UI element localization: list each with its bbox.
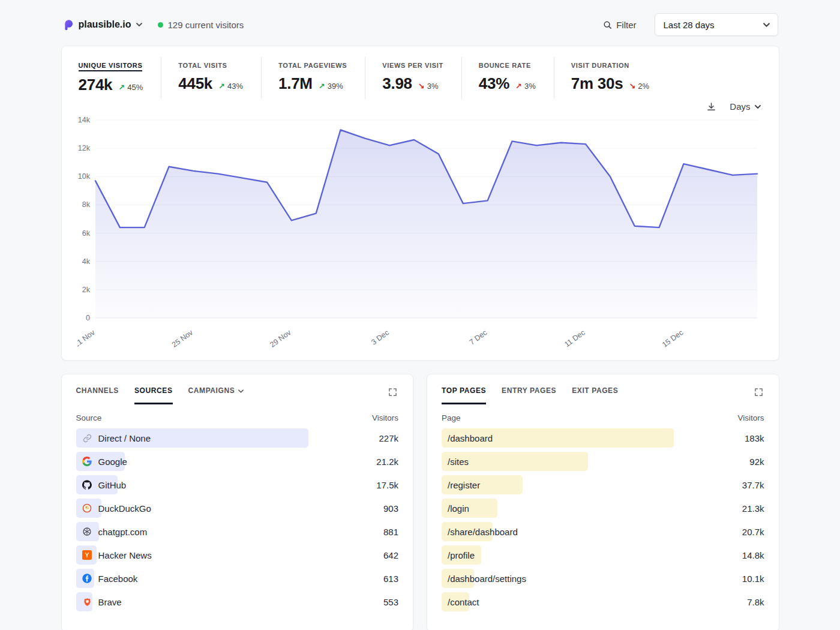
svg-text:2k: 2k	[82, 286, 90, 294]
stat-label: TOTAL VISITS	[178, 62, 227, 69]
filter-button[interactable]: Filter	[603, 20, 636, 30]
stat-unique-visitors[interactable]: UNIQUE VISITORS274k↗45%	[77, 57, 161, 100]
source-row[interactable]: GitHub17.5k	[76, 475, 399, 494]
arrow-up-icon: ↗	[319, 82, 325, 91]
source-row[interactable]: Hacker News642	[76, 545, 399, 565]
tab-top-pages[interactable]: TOP PAGES	[442, 386, 486, 404]
row-value: 903	[383, 503, 398, 514]
plausible-dashboard: plausible.io 129 current visitors Filter…	[61, 0, 779, 630]
svg-text:25 Nov: 25 Nov	[170, 328, 194, 349]
stat-change: ↘3%	[418, 82, 439, 91]
svg-text:21 Nov: 21 Nov	[77, 328, 97, 349]
page-row[interactable]: /contact7.8k	[442, 592, 764, 611]
stat-change-value: 2%	[638, 82, 649, 91]
page-row[interactable]: /sites92k	[442, 452, 764, 471]
source-row[interactable]: chatgpt.com881	[76, 522, 399, 541]
row-value: 14.8k	[742, 550, 764, 560]
tab-channels[interactable]: CHANNELS	[76, 386, 119, 404]
row-value: 642	[383, 550, 398, 560]
date-range-select[interactable]: Last 28 days	[655, 13, 778, 36]
row-label: /share/dashboard	[448, 527, 518, 537]
row-value: 37.7k	[742, 480, 764, 490]
tab-sources[interactable]: SOURCES	[134, 386, 173, 404]
current-visitors-label: 129 current visitors	[168, 20, 244, 30]
stat-total-pageviews[interactable]: TOTAL PAGEVIEWS1.7M↗39%	[261, 57, 365, 99]
row-label: chatgpt.com	[98, 527, 148, 537]
stat-label: VIEWS PER VISIT	[382, 62, 443, 69]
source-row[interactable]: Facebook613	[76, 569, 399, 588]
plausible-logo-icon	[62, 19, 74, 31]
facebook-icon	[82, 574, 92, 584]
row-value: 553	[383, 597, 398, 607]
page-row[interactable]: /register37.7k	[442, 475, 764, 494]
pages-tabs: TOP PAGESENTRY PAGESEXIT PAGES	[442, 386, 753, 404]
row-label: /dashboard	[448, 433, 493, 443]
row-label: DuckDuckGo	[98, 503, 151, 514]
site-picker[interactable]: plausible.io	[62, 19, 142, 31]
row-value: 183k	[745, 433, 764, 443]
stat-value: 445k	[178, 74, 212, 93]
svg-text:3 Dec: 3 Dec	[370, 328, 391, 347]
interval-select[interactable]: Days	[730, 101, 760, 112]
sources-card: CHANNELSSOURCESCAMPAIGNS Source Visitors…	[61, 374, 414, 630]
tab-entry-pages[interactable]: ENTRY PAGES	[502, 386, 556, 404]
page-row[interactable]: /dashboard183k	[442, 428, 764, 448]
row-label: /register	[448, 480, 480, 490]
stat-value: 43%	[479, 74, 509, 93]
source-row[interactable]: Direct / None227k	[76, 428, 399, 448]
row-label: /login	[448, 503, 469, 514]
row-value: 613	[383, 574, 398, 584]
export-button[interactable]	[706, 101, 716, 112]
stat-views-per-visit[interactable]: VIEWS PER VISIT3.98↘3%	[365, 57, 461, 99]
chart-area: 02k4k6k8k10k12k14k21 Nov25 Nov29 Nov3 De…	[77, 113, 763, 356]
chevron-down-icon	[136, 23, 142, 26]
source-row[interactable]: DuckDuckGo903	[76, 499, 399, 518]
row-value: 7.8k	[747, 597, 764, 607]
row-value: 17.5k	[376, 480, 398, 490]
sources-rows: Direct / None227kGoogle21.2kGitHub17.5kD…	[76, 428, 399, 611]
arrow-up-icon: ↗	[515, 82, 522, 91]
stat-visit-duration[interactable]: VISIT DURATION7m 30s↘2%	[554, 57, 667, 99]
top-bar: plausible.io 129 current visitors Filter…	[62, 13, 778, 36]
expand-icon[interactable]	[387, 386, 398, 398]
svg-text:4k: 4k	[82, 257, 90, 266]
stat-change: ↗3%	[515, 82, 536, 91]
page-row[interactable]: /login21.3k	[442, 499, 764, 518]
filter-label: Filter	[616, 20, 636, 30]
svg-text:29 Nov: 29 Nov	[268, 328, 293, 349]
stat-change: ↗39%	[319, 82, 343, 91]
tab-label: CAMPAIGNS	[188, 386, 235, 395]
stat-bounce-rate[interactable]: BOUNCE RATE43%↗3%	[461, 57, 554, 99]
svg-text:6k: 6k	[82, 229, 90, 238]
sources-table-header: Source Visitors	[76, 413, 399, 422]
chevron-down-icon	[763, 23, 770, 27]
pages-card: TOP PAGESENTRY PAGESEXIT PAGES Page Visi…	[427, 374, 779, 630]
sources-tabs: CHANNELSSOURCESCAMPAIGNS	[76, 386, 388, 404]
svg-text:7 Dec: 7 Dec	[467, 328, 488, 347]
page-row[interactable]: /dashboard/settings10.1k	[442, 569, 764, 588]
site-name: plausible.io	[79, 19, 131, 30]
expand-icon[interactable]	[753, 386, 764, 398]
stat-total-visits[interactable]: TOTAL VISITS445k↗43%	[161, 57, 261, 99]
column-visitors: Visitors	[372, 413, 398, 422]
svg-text:14k: 14k	[77, 116, 90, 124]
source-row[interactable]: Brave553	[76, 592, 399, 611]
row-label: /dashboard/settings	[448, 574, 526, 584]
tab-label: EXIT PAGES	[572, 386, 618, 395]
row-label: Direct / None	[98, 433, 151, 443]
svg-text:10k: 10k	[77, 172, 90, 181]
page-row[interactable]: /share/dashboard20.7k	[442, 522, 764, 541]
source-row[interactable]: Google21.2k	[76, 452, 399, 471]
tab-exit-pages[interactable]: EXIT PAGES	[572, 386, 618, 404]
current-visitors: 129 current visitors	[158, 20, 244, 30]
stat-label: UNIQUE VISITORS	[79, 62, 143, 71]
download-icon	[706, 101, 716, 112]
row-label: Brave	[98, 597, 122, 607]
column-source: Source	[76, 413, 102, 422]
tab-campaigns[interactable]: CAMPAIGNS	[188, 386, 244, 404]
visitors-panel: UNIQUE VISITORS274k↗45%TOTAL VISITS445k↗…	[61, 46, 779, 361]
arrow-up-icon: ↗	[218, 82, 225, 91]
stat-change: ↗43%	[218, 82, 243, 91]
page-row[interactable]: /profile14.8k	[442, 545, 764, 565]
row-value: 21.2k	[376, 457, 398, 467]
